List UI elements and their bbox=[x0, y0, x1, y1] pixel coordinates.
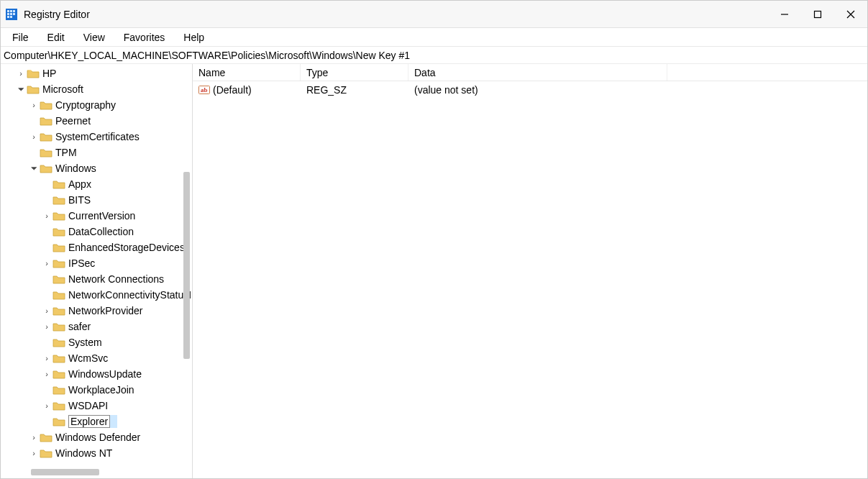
svg-rect-8 bbox=[10, 16, 12, 18]
menu-file[interactable]: File bbox=[4, 29, 37, 45]
folder-icon bbox=[52, 290, 65, 300]
folder-icon bbox=[52, 337, 65, 347]
tree-horizontal-scrollbar[interactable] bbox=[17, 470, 178, 478]
titlebar: Registry Editor bbox=[1, 1, 867, 28]
folder-icon bbox=[52, 385, 65, 395]
value-data: (value not set) bbox=[414, 84, 478, 96]
tree-item-workplacejoin[interactable]: › WorkplaceJoin bbox=[1, 382, 192, 398]
list-row[interactable]: ab (Default) REG_SZ (value not set) bbox=[193, 81, 867, 99]
value-type: REG_SZ bbox=[306, 84, 347, 96]
registry-editor-window: Registry Editor File Edit View Favorites… bbox=[0, 0, 868, 479]
value-name: (Default) bbox=[213, 84, 252, 96]
menu-help[interactable]: Help bbox=[175, 29, 213, 45]
svg-rect-5 bbox=[10, 13, 12, 15]
address-bar[interactable]: Computer\HKEY_LOCAL_MACHINE\SOFTWARE\Pol… bbox=[1, 47, 867, 64]
tree-item-systemcertificates[interactable]: › SystemCertificates bbox=[1, 129, 192, 145]
folder-icon bbox=[52, 401, 65, 411]
tree-item-wcmsvc[interactable]: › WcmSvc bbox=[1, 350, 192, 366]
folder-icon bbox=[52, 321, 65, 332]
folder-icon bbox=[52, 242, 65, 252]
list-header[interactable]: Name Type Data bbox=[193, 64, 867, 81]
window-title: Registry Editor bbox=[24, 9, 90, 20]
tree-item-cryptography[interactable]: › Cryptography bbox=[1, 97, 192, 113]
tree-item-system[interactable]: › System bbox=[1, 334, 192, 350]
tree-item-networkconnectivity[interactable]: › NetworkConnectivityStatusIndicator bbox=[1, 287, 192, 303]
tree-vertical-scrollbar[interactable] bbox=[182, 172, 192, 373]
tree-item-currentversion[interactable]: › CurrentVersion bbox=[1, 208, 192, 224]
folder-icon bbox=[27, 68, 40, 78]
svg-rect-4 bbox=[7, 13, 9, 15]
tree-item-enhancedstorage[interactable]: › EnhancedStorageDevices bbox=[1, 240, 192, 255]
list-pane: Name Type Data ab (Default) REG_SZ (valu… bbox=[193, 64, 867, 478]
svg-rect-1 bbox=[7, 10, 9, 12]
folder-icon bbox=[40, 432, 52, 442]
folder-icon bbox=[52, 258, 65, 268]
menu-view[interactable]: View bbox=[75, 29, 114, 45]
tree-item-safer[interactable]: › safer bbox=[1, 319, 192, 334]
rename-input[interactable]: Explorer bbox=[68, 415, 110, 428]
tree-item-wsdapi[interactable]: › WSDAPI bbox=[1, 398, 192, 414]
folder-icon bbox=[52, 227, 65, 237]
folder-icon bbox=[52, 274, 65, 284]
tree-item-microsoft[interactable]: ⏷ Microsoft bbox=[1, 81, 192, 97]
folder-open-icon bbox=[40, 163, 52, 173]
folder-icon bbox=[52, 306, 65, 316]
folder-icon bbox=[52, 416, 65, 426]
menu-edit[interactable]: Edit bbox=[39, 29, 73, 45]
folder-open-icon bbox=[27, 84, 40, 94]
folder-icon bbox=[40, 116, 52, 126]
registry-editor-icon bbox=[5, 8, 18, 21]
menubar: File Edit View Favorites Help bbox=[1, 28, 867, 47]
folder-icon bbox=[40, 100, 52, 110]
registry-tree[interactable]: › HP ⏷ Microsoft › Cryptography bbox=[1, 64, 192, 470]
tree-item-bits[interactable]: › BITS bbox=[1, 192, 192, 208]
folder-icon bbox=[40, 147, 52, 158]
tree-item-peernet[interactable]: › Peernet bbox=[1, 113, 192, 129]
svg-rect-2 bbox=[10, 10, 12, 12]
folder-icon bbox=[40, 132, 52, 142]
string-value-icon: ab bbox=[198, 84, 210, 96]
address-path: Computer\HKEY_LOCAL_MACHINE\SOFTWARE\Pol… bbox=[4, 50, 410, 61]
column-header-data[interactable]: Data bbox=[408, 64, 667, 81]
tree-item-windowsnt[interactable]: › Windows NT bbox=[1, 445, 192, 461]
tree-item-tpm[interactable]: › TPM bbox=[1, 145, 192, 160]
tree-item-windowsdefender[interactable]: › Windows Defender bbox=[1, 429, 192, 445]
maximize-button[interactable] bbox=[801, 1, 834, 27]
column-header-type[interactable]: Type bbox=[301, 64, 408, 81]
folder-icon bbox=[52, 179, 65, 189]
svg-rect-7 bbox=[7, 16, 9, 18]
tree-pane: › HP ⏷ Microsoft › Cryptography bbox=[1, 64, 193, 478]
close-button[interactable] bbox=[834, 1, 867, 27]
folder-icon bbox=[52, 353, 65, 363]
svg-text:ab: ab bbox=[201, 86, 208, 93]
tree-item-networkprovider[interactable]: › NetworkProvider bbox=[1, 303, 192, 319]
folder-icon bbox=[52, 369, 65, 379]
tree-item-windows[interactable]: ⏷ Windows bbox=[1, 160, 192, 176]
tree-item-explorer-editing[interactable]: › Explorer bbox=[1, 414, 192, 429]
tree-item-datacollection[interactable]: › DataCollection bbox=[1, 224, 192, 240]
menu-favorites[interactable]: Favorites bbox=[115, 29, 174, 45]
svg-rect-10 bbox=[815, 11, 821, 17]
folder-icon bbox=[52, 211, 65, 221]
tree-item-ipsec[interactable]: › IPSec bbox=[1, 255, 192, 271]
svg-rect-3 bbox=[13, 10, 15, 12]
tree-item-appx[interactable]: › Appx bbox=[1, 176, 192, 192]
column-header-name[interactable]: Name bbox=[193, 64, 301, 81]
tree-item-networkconnections[interactable]: › Network Connections bbox=[1, 271, 192, 287]
main-split: › HP ⏷ Microsoft › Cryptography bbox=[1, 64, 867, 478]
folder-icon bbox=[40, 448, 52, 458]
tree-item-hp[interactable]: › HP bbox=[1, 65, 192, 81]
folder-icon bbox=[52, 195, 65, 205]
tree-item-windowsupdate[interactable]: › WindowsUpdate bbox=[1, 366, 192, 382]
svg-rect-6 bbox=[13, 13, 15, 15]
minimize-button[interactable] bbox=[768, 1, 801, 27]
